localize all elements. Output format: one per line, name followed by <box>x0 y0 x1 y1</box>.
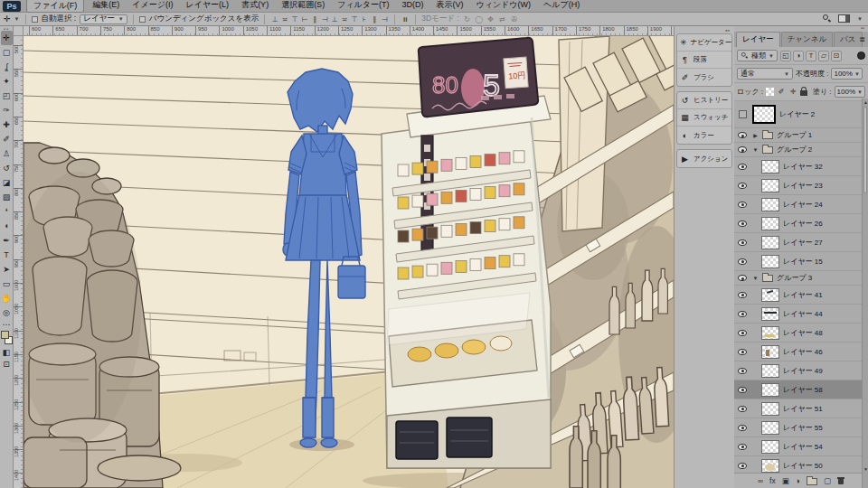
eyedropper-tool-icon[interactable]: ✑ <box>1 103 13 117</box>
layer-visibility-toggle[interactable] <box>736 202 749 208</box>
layer-thumbnail[interactable] <box>761 440 779 454</box>
blur-tool-icon[interactable]: ❛ <box>1 204 13 219</box>
filter-toggle-icon[interactable] <box>857 52 865 60</box>
scroll-up-icon[interactable]: ▲ <box>863 99 868 106</box>
group-row[interactable]: ▼グループ 3 <box>734 271 868 286</box>
layer-visibility-toggle[interactable] <box>736 463 749 469</box>
lasso-tool-icon[interactable]: ʆ <box>1 60 13 74</box>
layer-visibility-toggle[interactable] <box>736 406 749 412</box>
layer-thumbnail[interactable] <box>761 402 779 416</box>
lock-pixels-icon[interactable]: ✐ <box>777 88 786 96</box>
healing-tool-icon[interactable]: ✚ <box>1 117 13 132</box>
add-mask-icon[interactable]: ▣ <box>782 476 789 485</box>
bounding-box-checkbox[interactable] <box>139 16 146 23</box>
align-icon-9[interactable]: ⊦ <box>360 15 369 23</box>
align-icon-10[interactable]: ∥ <box>370 15 379 23</box>
tool-preset-chevron-icon[interactable]: ▼ <box>14 16 20 22</box>
layer-visibility-toggle[interactable] <box>736 275 749 281</box>
layer-thumbnail[interactable] <box>761 383 779 397</box>
layer-thumbnail[interactable] <box>761 364 779 378</box>
group-expand-icon[interactable]: ▶ <box>752 132 759 138</box>
menu-5[interactable]: 選択範囲(S) <box>275 0 331 13</box>
layer-row[interactable]: レイヤー 2 <box>734 101 868 128</box>
layer-thumbnail[interactable] <box>761 217 779 230</box>
layer-visibility-toggle[interactable] <box>736 387 749 393</box>
layer-thumbnail[interactable] <box>752 105 776 124</box>
layer-thumbnail[interactable] <box>761 236 779 249</box>
layer-visibility-toggle[interactable] <box>736 349 749 355</box>
quick-mask-icon[interactable]: ◧ <box>1 346 13 358</box>
hand-tool-icon[interactable]: ✋ <box>1 291 13 305</box>
menu-4[interactable]: 書式(Y) <box>235 0 275 13</box>
layer-thumbnail[interactable] <box>761 198 779 211</box>
layer-row[interactable]: レイヤー 27 <box>734 233 868 252</box>
layer-thumbnail[interactable] <box>761 345 779 359</box>
layer-row[interactable]: レイヤー 48 <box>734 324 868 343</box>
canvas[interactable]: 80 5 10円 <box>24 36 674 488</box>
filter-kind-dropdown[interactable]: 種類 ▼ <box>737 50 778 61</box>
link-layers-icon[interactable]: ∞ <box>758 476 763 485</box>
vertical-ruler[interactable]: 5005506006507007508008509009501000105011… <box>14 36 24 488</box>
3d-mode-icon-3[interactable]: ⇄ <box>498 15 507 23</box>
move-tool-icon[interactable]: ✛ <box>1 31 13 45</box>
layer-visibility-toggle[interactable] <box>736 368 749 374</box>
fill-value[interactable]: 100% ▼ <box>835 86 865 98</box>
path-select-tool-icon[interactable]: ➤ <box>1 262 13 277</box>
menu-0[interactable]: ファイル(F) <box>26 0 84 13</box>
menu-1[interactable]: 編集(E) <box>86 0 126 13</box>
layer-visibility-toggle[interactable] <box>736 221 749 227</box>
group-row[interactable]: ▼グループ 2 <box>734 143 868 157</box>
align-icon-1[interactable]: ≍ <box>280 15 289 23</box>
menu-2[interactable]: イメージ(I) <box>126 0 179 13</box>
menu-6[interactable]: フィルター(T) <box>331 0 395 13</box>
quick-select-tool-icon[interactable]: ✦ <box>1 74 13 89</box>
marquee-tool-icon[interactable]: ▢ <box>1 45 13 60</box>
menu-3[interactable]: レイヤー(L) <box>179 0 235 13</box>
align-icon-0[interactable]: ⊥ <box>270 15 279 23</box>
eraser-tool-icon[interactable]: ◪ <box>1 175 13 190</box>
dock-item-actions[interactable]: ▶アクション <box>677 150 731 167</box>
workspace-icon[interactable] <box>838 14 850 23</box>
layer-visibility-toggle[interactable] <box>736 146 749 153</box>
group-expand-icon[interactable]: ▼ <box>752 147 759 153</box>
dock-item-paragraph[interactable]: ¶段落 <box>677 52 731 69</box>
align-icon-8[interactable]: ⊤ <box>350 15 359 23</box>
layer-thumbnail[interactable] <box>761 421 779 435</box>
layer-visibility-toggle[interactable] <box>736 164 749 170</box>
brush-tool-icon[interactable]: ✐ <box>1 132 13 146</box>
layer-row[interactable]: レイヤー 58 <box>734 380 868 399</box>
panel-menu-icon[interactable]: ≣ <box>859 35 865 43</box>
layer-row[interactable]: レイヤー 41 <box>734 286 868 305</box>
layer-row[interactable]: レイヤー 54 <box>734 437 868 456</box>
pen-tool-icon[interactable]: ✒ <box>1 233 13 248</box>
layer-row[interactable]: レイヤー 49 <box>734 361 868 380</box>
new-group-icon[interactable] <box>807 478 817 485</box>
tab-layers[interactable]: レイヤー <box>736 32 780 47</box>
3d-mode-icon-0[interactable]: ↻ <box>463 15 472 23</box>
type-tool-icon[interactable]: T <box>1 248 13 262</box>
layer-row[interactable]: レイヤー 50 <box>734 456 868 473</box>
layer-row[interactable]: レイヤー 55 <box>734 418 868 437</box>
gradient-tool-icon[interactable]: ▨ <box>1 190 13 204</box>
dock-item-swatches[interactable]: ▦スウォッチ <box>677 109 731 127</box>
lock-all-icon[interactable] <box>800 90 807 96</box>
auto-select-checkbox[interactable] <box>32 16 38 23</box>
menu-7[interactable]: 3D(D) <box>395 0 429 13</box>
distribute-spacing-icon[interactable]: ii <box>401 15 410 23</box>
layer-visibility-toggle[interactable] <box>736 258 749 265</box>
group-expand-icon[interactable]: ▼ <box>752 276 759 281</box>
layer-style-icon[interactable]: fx <box>769 476 776 485</box>
toolbar-ellipsis-icon[interactable]: ⋯ <box>1 320 13 329</box>
layer-visibility-toggle[interactable] <box>736 183 749 189</box>
layer-row[interactable]: レイヤー 15 <box>734 252 868 271</box>
menu-10[interactable]: ヘルプ(H) <box>537 0 586 13</box>
lock-position-icon[interactable]: ✛ <box>788 88 797 96</box>
tab-channels[interactable]: チャンネル <box>781 32 834 47</box>
adjustment-layer-icon[interactable]: ◑ <box>796 476 800 485</box>
clone-stamp-tool-icon[interactable]: ♙ <box>1 146 13 161</box>
layer-thumbnail[interactable] <box>761 255 779 268</box>
group-row[interactable]: ▶グループ 1 <box>734 128 868 143</box>
layer-row[interactable]: レイヤー 51 <box>734 399 868 418</box>
zoom-tool-icon[interactable]: ◎ <box>1 305 13 320</box>
layer-visibility-toggle[interactable] <box>736 292 749 298</box>
